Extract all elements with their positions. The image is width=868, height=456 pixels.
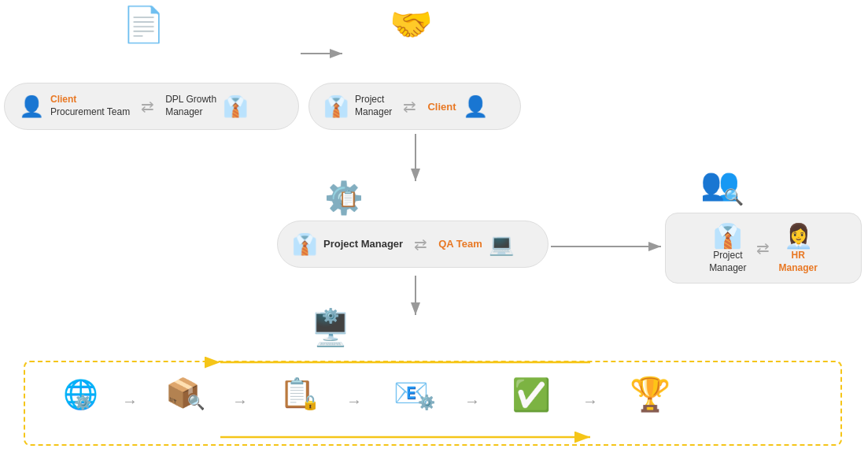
handshake-icon: 🤝 bbox=[390, 4, 433, 45]
bottom-arrow-5: → bbox=[582, 392, 598, 410]
bottom-item-2: 📦 🔍 bbox=[165, 376, 201, 410]
computer-icon: 🖥️ ⚙️ bbox=[311, 311, 350, 348]
bottom-item-4: 📧 ⚙️ bbox=[393, 376, 429, 410]
middle-flow-box: 👔 Project Manager ⇄ QA Team 💻 bbox=[277, 221, 549, 268]
diagram-container: 📄 🤝 👤 Client Procurement Team ⇄ DPL Grow… bbox=[0, 0, 868, 456]
team-search-icon: 👥 🔍 bbox=[700, 165, 740, 202]
top-right-flow-box: 👔 Project Manager ⇄ Client 👤 bbox=[308, 83, 521, 130]
bottom-item-1: 🌐 ⚙️ bbox=[63, 378, 98, 411]
bottom-item-3: 📋 🔒 bbox=[279, 376, 315, 410]
bottom-arrow-1: → bbox=[122, 392, 138, 410]
bottom-item-6: 🏆 bbox=[630, 375, 670, 413]
bottom-arrow-3: → bbox=[346, 392, 362, 410]
bottom-arrow-4: → bbox=[464, 392, 480, 410]
document-icon: 📄 bbox=[122, 4, 165, 45]
bottom-arrow-2: → bbox=[232, 392, 248, 410]
middle-label1: Project Manager bbox=[323, 238, 403, 251]
top-left-flow-box: 👤 Client Procurement Team ⇄ DPL Growth M… bbox=[4, 83, 299, 130]
middle-label2: QA Team bbox=[438, 238, 482, 251]
bottom-item-5: ✅ bbox=[512, 376, 551, 413]
gear-checklist-icon: ⚙️ 📋 bbox=[324, 180, 364, 217]
right-flow-box: 👔 Project Manager ⇄ 👩‍💼 HR Manager bbox=[665, 213, 862, 284]
